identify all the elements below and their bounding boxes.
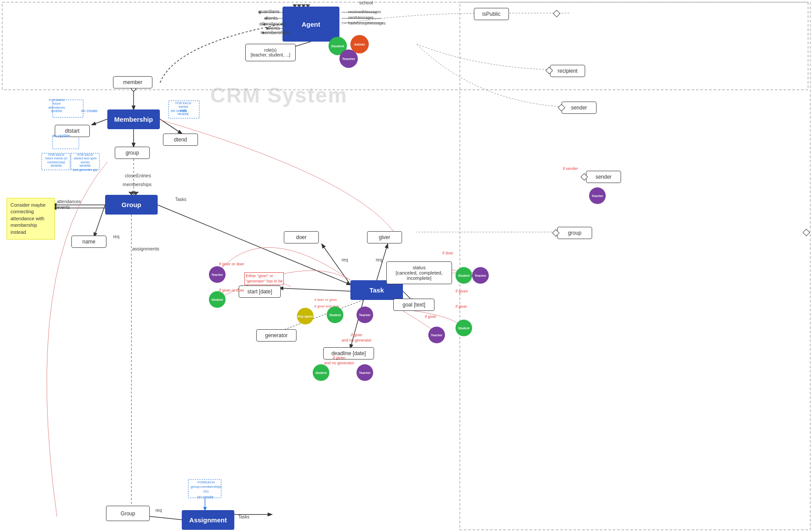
received-messages-label: receivedMessages bbox=[348, 10, 381, 14]
teacher-circle-right: Teacher bbox=[472, 267, 489, 284]
if-giver-or-doer1: if giver or doer bbox=[219, 262, 244, 266]
svg-line-23 bbox=[322, 244, 350, 285]
have-group-messages-label: haveGroupMessages bbox=[348, 21, 386, 25]
group-right-field: group bbox=[557, 227, 592, 239]
if-giver-no-gen: if giverand no generator bbox=[342, 333, 372, 343]
if-doer: if doer bbox=[442, 251, 453, 255]
dtend-field: dtend bbox=[163, 134, 198, 146]
events-group-label: events bbox=[57, 205, 70, 210]
any-space-circle: Any space bbox=[297, 308, 314, 324]
membership-node[interactable]: Membership bbox=[107, 109, 160, 129]
start-date-field: start [date] bbox=[239, 285, 281, 298]
teacher-circle-deadline: Teacher bbox=[357, 364, 373, 381]
sticky-note: Consider maybe connecting attendance wit… bbox=[7, 198, 55, 240]
goal-text-field: goal [text] bbox=[393, 299, 434, 311]
diamond-ispublic bbox=[553, 10, 561, 18]
foreach-box1: FOR EACHfutureattendancesWHERE bbox=[42, 99, 71, 113]
student-circle-mid: Student bbox=[327, 307, 343, 323]
group-node-top[interactable]: Group bbox=[105, 195, 158, 215]
group-node-bottom: Group bbox=[106, 506, 150, 521]
group-field: group bbox=[115, 147, 150, 159]
student-circle-goal: Student bbox=[455, 320, 472, 336]
foreach-box2: FOR EACHstartedANDWHERE bbox=[169, 102, 198, 116]
svg-line-13 bbox=[160, 119, 182, 134]
on-update: on update bbox=[53, 134, 70, 138]
foreach-group-memberships: FOREACHgroup.membershipsDO bbox=[190, 480, 222, 494]
teacher-circle-mid: Teacher bbox=[357, 307, 373, 323]
doer-field: doer bbox=[284, 231, 319, 243]
if-given-no-gen: if givenand no generator bbox=[324, 356, 354, 366]
svg-line-26 bbox=[279, 288, 350, 291]
task-label: Task bbox=[369, 286, 384, 294]
req4-label: req bbox=[155, 508, 162, 513]
teacher-circle-left: Teacher bbox=[209, 266, 226, 283]
req2-label: req bbox=[376, 257, 382, 262]
agent-label: Agent bbox=[302, 21, 321, 28]
teacher-circle-goal: Teacher bbox=[428, 327, 445, 343]
on-create-3: on create bbox=[197, 495, 214, 499]
memberships-top-label: memberships bbox=[261, 30, 289, 35]
recipient-field: recipient bbox=[550, 65, 585, 77]
diamond-group-right2 bbox=[803, 229, 810, 236]
assignments-label: assignments bbox=[132, 246, 159, 251]
sender-top-field: sender bbox=[561, 102, 597, 114]
student-circle-deadline: Student bbox=[313, 364, 329, 381]
status-field: status [canceled, completed, incomplete] bbox=[386, 261, 452, 284]
close-entries-label: closeEntries bbox=[125, 173, 151, 178]
svg-rect-1 bbox=[460, 2, 810, 530]
teacher-circle-top: Teacher bbox=[339, 49, 358, 68]
if-giver-or-doer2: if giver or doer bbox=[219, 288, 244, 292]
membership-label: Membership bbox=[114, 116, 153, 123]
guardians-label: guardians bbox=[258, 9, 279, 14]
tasks2-label: Tasks bbox=[238, 514, 250, 519]
req1-label: req bbox=[342, 257, 348, 262]
generator-field: generator bbox=[256, 329, 297, 342]
assignment-label: Assignment bbox=[189, 516, 227, 524]
crm-title: CRM System bbox=[210, 83, 347, 107]
if-giver-goal2: if giver bbox=[425, 314, 437, 319]
attendances-group-label: attendances bbox=[57, 199, 81, 204]
foreach-box3: FOR EACHfuture events (inmembership)WHER… bbox=[42, 153, 70, 168]
school-label: school bbox=[359, 0, 373, 5]
foreach-box4: FOR EACHstarted and openeventsWHEREtask.… bbox=[71, 153, 99, 172]
tasks-label: Tasks bbox=[175, 197, 187, 202]
agent-node[interactable]: Agent bbox=[282, 7, 339, 42]
teacher-circle-right2: Teacher bbox=[589, 187, 606, 204]
student-circle-right: Student bbox=[455, 267, 472, 284]
giver-field: giver bbox=[367, 231, 402, 243]
if-giver-goal: if giver bbox=[455, 304, 467, 309]
if-doer-or-giver: if doer or giver bbox=[314, 298, 337, 302]
name-field: name bbox=[71, 236, 106, 248]
on-create-1: on create bbox=[81, 109, 98, 113]
if-giver-status: if given bbox=[455, 289, 468, 293]
either-giver-label: Either "giver" or"generator" has to be bbox=[244, 272, 284, 285]
group-top-label: Group bbox=[122, 201, 141, 208]
member-field: member bbox=[113, 76, 152, 88]
if-sender: if sender bbox=[563, 166, 578, 171]
student-circle-left: Student bbox=[209, 291, 226, 308]
memberships-mid-label: memberships bbox=[123, 182, 152, 187]
group-bottom-label: Group bbox=[120, 511, 135, 517]
req3-label: req bbox=[113, 234, 119, 239]
ispublic-field: isPublic bbox=[474, 8, 509, 20]
sent-messages-label: sentMessages bbox=[348, 15, 374, 20]
clients-label: clients bbox=[264, 15, 278, 21]
assignment-node[interactable]: Assignment bbox=[182, 510, 234, 530]
roles-field: role(s) [teacher, student, ...] bbox=[245, 44, 296, 61]
svg-line-17 bbox=[94, 205, 105, 236]
sender-mid-field: sender bbox=[586, 171, 621, 183]
svg-line-12 bbox=[92, 119, 107, 125]
